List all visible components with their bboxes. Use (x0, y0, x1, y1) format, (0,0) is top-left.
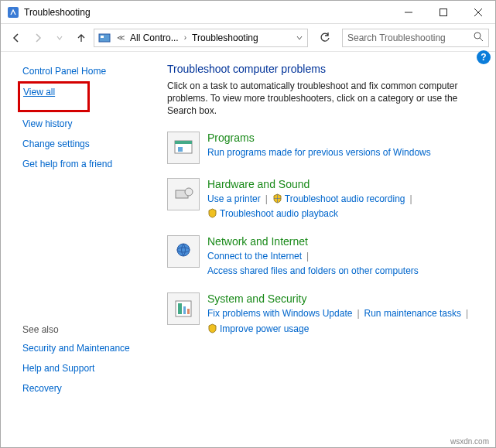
back-button[interactable] (7, 29, 26, 47)
chevron-icon[interactable]: ≪ (115, 33, 127, 42)
navbar: ≪ All Contro... › Troubleshooting Search… (1, 24, 495, 52)
sidebar-home[interactable]: Control Panel Home (22, 66, 152, 77)
svg-rect-0 (8, 7, 19, 18)
minimize-button[interactable] (391, 1, 426, 23)
category-programs: Programs Run programs made for previous … (167, 132, 480, 164)
page-description: Click on a task to automatically trouble… (167, 80, 480, 118)
watermark: wsxdn.com (450, 437, 489, 446)
search-icon (474, 32, 484, 44)
network-icon (167, 235, 200, 268)
chevron-icon[interactable]: › (182, 33, 189, 42)
up-button[interactable] (72, 29, 91, 47)
programs-icon (167, 132, 200, 164)
category-title[interactable]: System and Security (207, 292, 480, 305)
sidebar-recovery[interactable]: Recovery (22, 383, 152, 394)
sidebar-help-support[interactable]: Help and Support (22, 363, 152, 374)
control-panel-icon (98, 32, 111, 44)
link-run-programs[interactable]: Run programs made for previous versions … (207, 147, 431, 158)
breadcrumb[interactable]: ≪ All Contro... › Troubleshooting (94, 29, 308, 47)
svg-line-8 (480, 38, 483, 41)
link-windows-update[interactable]: Fix problems with Windows Update (207, 308, 352, 319)
maximize-button[interactable] (426, 1, 460, 23)
category-title[interactable]: Programs (207, 132, 480, 144)
refresh-button[interactable] (316, 29, 334, 47)
sidebar-view-history[interactable]: View history (22, 118, 152, 129)
window-title: Troubleshooting (24, 7, 391, 18)
breadcrumb-seg-2[interactable]: Troubleshooting (190, 32, 260, 43)
svg-rect-6 (101, 36, 104, 38)
svg-rect-19 (187, 309, 190, 314)
page-heading: Troubleshoot computer problems (167, 63, 480, 75)
system-icon (167, 292, 200, 325)
titlebar: Troubleshooting (1, 1, 495, 24)
sidebar-security[interactable]: Security and Maintenance (22, 343, 152, 354)
link-maintenance[interactable]: Run maintenance tasks (364, 308, 461, 319)
link-connect-internet[interactable]: Connect to the Internet (207, 251, 302, 262)
link-power-usage[interactable]: Improve power usage (220, 323, 309, 334)
troubleshooting-window: Troubleshooting ≪ All Contro... › Troubl… (0, 0, 496, 448)
category-hardware: Hardware and Sound Use a printer|Trouble… (167, 178, 480, 221)
link-shared-files[interactable]: Access shared files and folders on other… (207, 265, 419, 276)
svg-rect-17 (178, 303, 182, 314)
link-audio-playback[interactable]: Troubleshoot audio playback (220, 208, 338, 219)
svg-rect-11 (178, 147, 183, 152)
forward-button[interactable] (29, 29, 47, 47)
see-also-header: See also (22, 324, 152, 335)
svg-rect-18 (183, 306, 186, 314)
help-icon[interactable]: ? (477, 50, 491, 64)
breadcrumb-seg-1[interactable]: All Contro... (128, 32, 180, 43)
hardware-icon (167, 178, 200, 210)
main-content: ? Troubleshoot computer problems Click o… (159, 52, 495, 433)
link-use-printer[interactable]: Use a printer (207, 193, 261, 204)
search-placeholder: Search Troubleshooting (347, 32, 474, 43)
shield-icon (272, 193, 282, 203)
category-network: Network and Internet Connect to the Inte… (167, 235, 480, 279)
category-title[interactable]: Network and Internet (207, 235, 480, 248)
search-input[interactable]: Search Troubleshooting (342, 29, 489, 47)
svg-point-13 (185, 188, 193, 196)
svg-point-14 (177, 244, 190, 256)
sidebar-change-settings[interactable]: Change settings (22, 139, 152, 149)
highlight-box: View all (18, 81, 90, 112)
svg-rect-2 (440, 9, 446, 15)
category-title[interactable]: Hardware and Sound (207, 178, 480, 190)
link-audio-recording[interactable]: Troubleshoot audio recording (285, 193, 405, 204)
content-body: Control Panel Home View all View history… (1, 52, 495, 433)
sidebar: Control Panel Home View all View history… (1, 52, 159, 433)
close-button[interactable] (460, 1, 495, 23)
sidebar-get-help[interactable]: Get help from a friend (22, 159, 152, 169)
shield-icon (207, 208, 217, 218)
window-controls (391, 1, 495, 23)
category-system: System and Security Fix problems with Wi… (167, 292, 480, 336)
breadcrumb-dropdown[interactable] (293, 32, 306, 43)
recent-dropdown[interactable] (50, 29, 69, 47)
app-icon (7, 6, 19, 19)
svg-point-7 (474, 32, 481, 39)
svg-rect-10 (175, 141, 192, 144)
sidebar-view-all[interactable]: View all (23, 87, 55, 97)
shield-icon (207, 323, 217, 333)
